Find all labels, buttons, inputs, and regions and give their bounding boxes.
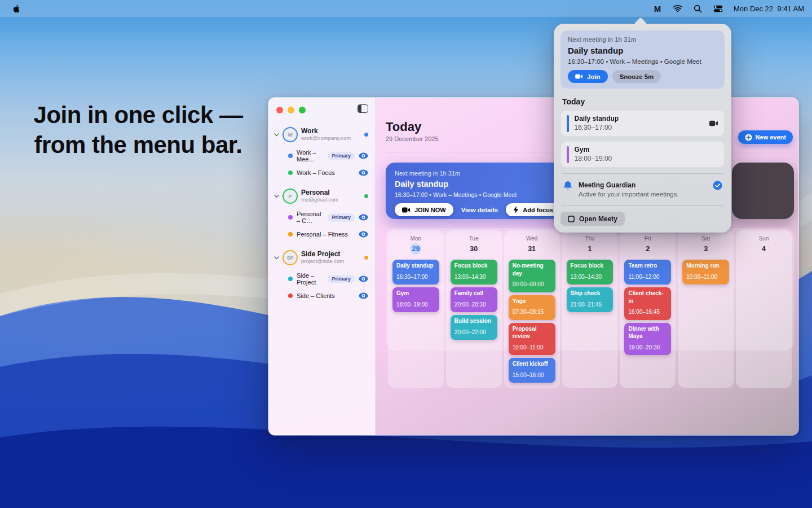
visibility-eye-icon[interactable] — [359, 292, 368, 299]
event-proposal-review[interactable]: Proposal review10:00–11:00 — [509, 323, 555, 356]
visibility-eye-icon[interactable] — [359, 169, 368, 176]
control-center-icon[interactable] — [711, 2, 726, 15]
event-time: 15:00–16:00 — [513, 372, 544, 378]
sidebar-item-work-mee[interactable]: Work – Mee…Primary — [274, 149, 368, 163]
event-daily-standup[interactable]: Daily standup16:30–17:00 — [392, 260, 439, 284]
visibility-eye-icon[interactable] — [359, 214, 368, 221]
event-title: Client kickoff — [513, 360, 551, 368]
event-time: 20:00–20:30 — [454, 301, 486, 308]
event-focus-block[interactable]: Focus block13:00–14:30 — [567, 260, 614, 284]
event-client-check-in[interactable]: Client check-in16:00–16:45 — [624, 287, 671, 320]
week-grid: Mon29Daily standup16:30–17:00Gym18:00–19… — [386, 228, 794, 351]
day-column-fri[interactable]: Fri2Team retro11:00–12:00Client check-in… — [620, 230, 676, 388]
day-number: 1 — [567, 243, 614, 255]
popover-snooze-button[interactable]: Snooze 5m — [612, 70, 661, 83]
event-time: 13:00–14:30 — [454, 274, 486, 280]
day-column-wed[interactable]: Wed31No-meeting day00:00–00:00Yoga07:30–… — [504, 230, 560, 388]
chevron-down-icon[interactable] — [274, 133, 279, 137]
video-camera-icon — [709, 120, 718, 126]
video-camera-icon — [575, 74, 583, 79]
view-details-link[interactable]: View details — [461, 207, 498, 213]
calendar-color-dot — [288, 294, 293, 298]
event-time: 11:00–12:00 — [628, 274, 659, 280]
popover-join-button[interactable]: Join — [568, 70, 608, 83]
search-icon[interactable] — [691, 2, 705, 15]
calendar-label: Personal – Fitness — [297, 231, 348, 238]
account-header[interactable]: SPSide Projectproject@side.com — [274, 250, 368, 265]
open-meety-button[interactable]: Open Meety — [561, 212, 625, 226]
zoom-window-button[interactable] — [299, 107, 306, 113]
sidebar-item-work-focus[interactable]: Work – Focus — [274, 169, 368, 176]
event-title: Client check-in — [628, 290, 667, 305]
event-family-call[interactable]: Family call20:00–20:30 — [451, 287, 497, 312]
sidebar-item-side-clients[interactable]: Side – Clients — [274, 292, 368, 299]
event-dinner-with-maya[interactable]: Dinner with Maya19:00–20:30 — [624, 323, 671, 356]
new-event-button[interactable]: New event — [738, 130, 793, 144]
day-column-mon[interactable]: Mon29Daily standup16:30–17:00Gym18:00–19… — [388, 230, 444, 388]
popover-event-daily-standup[interactable]: Daily standup16:30–17:00 — [561, 110, 725, 137]
visibility-eye-icon[interactable] — [359, 231, 368, 238]
day-number: 2 — [624, 243, 671, 255]
event-time: 16:30–17:00 — [575, 124, 619, 133]
event-client-kickoff[interactable]: Client kickoff15:00–16:00 — [509, 358, 555, 383]
day-name: Wed — [509, 235, 555, 242]
meeting-guardian-row: Meeting Guardian Active for your importa… — [561, 179, 725, 200]
minimize-window-button[interactable] — [288, 107, 294, 113]
event-title: Daily standup — [396, 262, 435, 270]
event-no-meeting-day[interactable]: No-meeting day00:00–00:00 — [509, 260, 555, 292]
guardian-enabled-checkmark[interactable] — [713, 181, 722, 190]
account-status-dot — [364, 256, 368, 260]
event-time: 18:00–19:00 — [575, 155, 612, 164]
sidebar: WWorkwork@company.comWork – Mee…PrimaryW… — [268, 98, 376, 435]
visibility-eye-icon[interactable] — [359, 275, 368, 282]
event-build-session[interactable]: Build session20:00–22:00 — [451, 315, 497, 340]
popover-meeting-meta: 16:30–17:00 • Work – Meetings • Google M… — [568, 58, 717, 65]
calendar-label: Work – Focus — [297, 169, 335, 176]
event-team-retro[interactable]: Team retro11:00–12:00 — [624, 260, 671, 284]
event-title: No-meeting day — [513, 262, 551, 277]
event-focus-block[interactable]: Focus block13:00–14:30 — [451, 260, 497, 284]
account-header[interactable]: PPersonalme@gmail.com — [274, 189, 368, 204]
event-time: 10:00–11:00 — [513, 344, 544, 351]
popover-join-label: Join — [587, 73, 601, 80]
guardian-title: Meeting Guardian — [579, 181, 679, 190]
apple-menu-icon[interactable] — [8, 4, 24, 14]
meety-menu-extra[interactable]: M — [650, 2, 665, 15]
event-ship-check[interactable]: Ship check21:00–21:45 — [567, 287, 614, 312]
day-column-thu[interactable]: Thu1Focus block13:00–14:30Ship check21:0… — [562, 230, 618, 388]
account-avatar: SP — [283, 250, 298, 265]
day-column-tue[interactable]: Tue30Focus block13:00–14:30Family call20… — [446, 230, 502, 388]
account-email: work@company.com — [301, 135, 351, 142]
chevron-down-icon[interactable] — [274, 195, 279, 198]
popover-kicker: Next meeting in 1h 31m — [568, 36, 717, 43]
popover-event-gym[interactable]: Gym18:00–19:00 — [561, 141, 725, 168]
account-email: project@side.com — [301, 259, 344, 265]
event-title: Proposal review — [513, 325, 551, 340]
menu-clock[interactable]: Mon Dec 22 9:41 AM — [731, 5, 804, 13]
event-title: Team retro — [628, 262, 667, 270]
wifi-icon[interactable] — [670, 2, 685, 15]
day-column-sat[interactable]: Sat3Morning run10:00–11:00 — [678, 230, 734, 388]
calendar-color-dot — [288, 215, 293, 220]
day-number: 4 — [740, 243, 787, 255]
sidebar-toggle-icon[interactable] — [358, 104, 368, 113]
sidebar-item-side-project[interactable]: Side – ProjectPrimary — [274, 272, 368, 286]
account-header[interactable]: WWorkwork@company.com — [274, 127, 368, 142]
day-column-sun[interactable]: Sun4 — [736, 230, 792, 388]
join-now-button[interactable]: JOIN NOW — [395, 203, 453, 216]
primary-badge: Primary — [328, 152, 355, 160]
chevron-down-icon[interactable] — [274, 256, 279, 260]
day-name: Sat — [682, 235, 729, 242]
event-time: 21:00–21:45 — [571, 301, 602, 308]
event-gym[interactable]: Gym18:00–19:00 — [392, 287, 439, 312]
sidebar-item-personal-c[interactable]: Personal – C…Primary — [274, 211, 368, 224]
calendar-color-dot — [288, 170, 293, 175]
sidebar-item-personal-fitness[interactable]: Personal – Fitness — [274, 231, 368, 238]
event-yoga[interactable]: Yoga07:30–08:15 — [509, 295, 555, 320]
guardian-subtitle: Active for your important meetings. — [579, 190, 679, 199]
event-time: 00:00–00:00 — [513, 281, 544, 287]
event-title: Focus block — [571, 262, 610, 270]
event-morning-run[interactable]: Morning run10:00–11:00 — [682, 260, 729, 284]
visibility-eye-icon[interactable] — [359, 152, 368, 159]
close-window-button[interactable] — [276, 107, 283, 113]
